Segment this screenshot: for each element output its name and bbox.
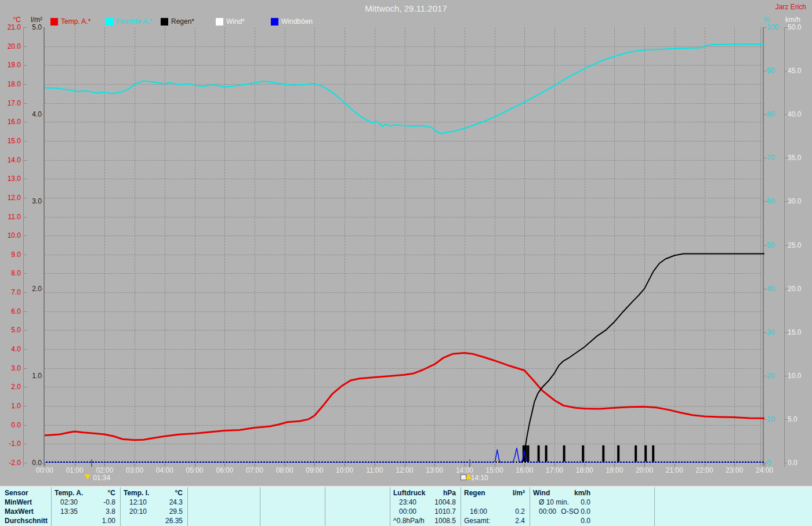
y-axis-tick-wind <box>784 245 788 246</box>
x-axis-tick <box>644 463 645 466</box>
table-divider <box>530 487 530 526</box>
legend-swatch-icon <box>161 18 168 26</box>
x-axis-tick <box>734 463 735 466</box>
y-axis-label-humidity: 60 <box>767 197 785 205</box>
x-axis-label: 20:00 <box>632 466 657 474</box>
unit-label-celsius: °C <box>1 16 21 24</box>
y-axis-label-wind: 20.0 <box>788 285 809 293</box>
y-axis-tick-wind <box>784 332 788 333</box>
y-axis-label-wind: 5.0 <box>788 415 809 423</box>
table-divider <box>120 487 121 526</box>
y-axis-label-rain: 1.0 <box>22 372 42 380</box>
y-axis-label-temp: 16.0 <box>1 118 21 126</box>
y-axis-label-wind: 45.0 <box>788 67 809 75</box>
table-divider <box>325 487 325 526</box>
x-axis-label: 01:00 <box>62 466 88 474</box>
rain-event-bar <box>563 445 566 462</box>
y-axis-label-humidity: 100 <box>767 23 785 31</box>
y-axis-tick-temp <box>24 46 27 47</box>
y-axis-tick-rain <box>41 27 44 28</box>
x-axis-label: 02:00 <box>92 466 117 474</box>
y-axis-label-temp: -1.0 <box>1 440 21 448</box>
y-axis-label-temp: 15.0 <box>1 137 21 145</box>
x-axis-label: 22:00 <box>692 466 717 474</box>
y-axis-label-temp: 3.0 <box>1 364 21 372</box>
table-section-unit: °C <box>55 489 115 497</box>
table-divider <box>461 487 461 526</box>
x-axis-label: 23:00 <box>722 466 747 474</box>
table-cell-value: 24.3 <box>124 498 183 506</box>
y-axis-label-rain: 0.0 <box>22 459 42 467</box>
x-axis-tick <box>495 463 495 466</box>
table-cell-value: -0.8 <box>55 498 115 506</box>
rain-event-bar <box>602 445 604 462</box>
x-axis-tick <box>104 463 105 466</box>
y-axis-label-temp: 12.0 <box>1 194 21 202</box>
y-axis-label-wind: 25.0 <box>788 241 809 249</box>
y-axis-tick-wind <box>784 289 788 289</box>
legend-item-label: Wind* <box>226 17 245 26</box>
x-axis-label: 06:00 <box>212 466 237 474</box>
y-axis-tick-humidity <box>763 201 767 202</box>
y-axis-label-humidity: 40 <box>767 285 785 293</box>
y-axis-tick-temp <box>24 273 27 274</box>
table-cell-value: 26.35 <box>124 517 183 525</box>
y-axis-label-temp: 0.0 <box>1 421 21 429</box>
rain-event-bar <box>527 445 530 462</box>
table-cell-value: 2.4 <box>464 517 525 525</box>
y-axis-tick-temp <box>24 330 27 331</box>
x-axis-label: 09:00 <box>302 466 327 474</box>
y-axis-tick-temp <box>24 255 27 255</box>
x-axis-tick <box>375 463 375 466</box>
y-axis-label-rain: 2.0 <box>22 285 42 293</box>
y-axis-label-wind: 30.0 <box>788 197 809 205</box>
table-row-header: MaxWert <box>5 507 51 516</box>
rain-sum-curve <box>45 254 764 463</box>
y-axis-label-temp: 19.0 <box>1 61 21 69</box>
marker-tick <box>91 459 92 467</box>
y-axis-label-wind: 0.0 <box>788 459 809 467</box>
y-axis-label-humidity: 50 <box>767 241 785 249</box>
humidity-curve <box>45 44 764 133</box>
marker-label: 14:10 <box>471 474 488 482</box>
page-title: Mittwoch, 29.11.2017 <box>0 3 812 13</box>
y-axis-tick-temp <box>24 444 27 444</box>
table-row-header: Durchschnitt <box>5 517 51 525</box>
y-axis-tick-humidity <box>763 376 767 376</box>
y-axis-label-humidity: 90 <box>767 67 785 75</box>
author-label: Jarz Erich <box>775 3 806 11</box>
rain-event-bar <box>617 445 619 462</box>
y-axis-tick-humidity <box>763 114 767 115</box>
y-axis-tick-humidity <box>763 158 767 158</box>
legend-swatch-icon <box>50 18 58 26</box>
y-axis-label-humidity: 30 <box>767 328 785 336</box>
y-axis-tick-wind <box>784 27 788 28</box>
x-axis-label: 11:00 <box>362 466 387 474</box>
y-axis-tick-temp <box>24 349 27 350</box>
x-axis-tick <box>675 463 675 466</box>
unit-label-rain: l/m² <box>21 16 42 24</box>
x-axis-label: 00:00 <box>32 466 57 474</box>
y-axis-label-temp: 5.0 <box>1 326 21 334</box>
y-axis-label-temp: -2.0 <box>1 459 21 467</box>
y-axis-label-rain: 5.0 <box>22 23 42 31</box>
x-axis-label: 05:00 <box>182 466 208 474</box>
y-axis-tick-rain <box>41 376 44 376</box>
x-axis-tick <box>285 463 285 466</box>
temp-curve <box>45 353 764 440</box>
y-axis-label-temp: 18.0 <box>1 80 21 88</box>
table-section-unit: km/h <box>533 489 590 497</box>
x-axis-tick <box>764 463 765 466</box>
x-axis-label: 16:00 <box>512 466 537 474</box>
y-axis-tick-temp <box>24 235 27 236</box>
table-cell-value: O-SO 0.0 <box>533 507 590 516</box>
table-section-unit: °C <box>124 489 183 497</box>
x-axis-label: 13:00 <box>422 466 447 474</box>
rain-event-bar <box>644 445 647 462</box>
y-axis-label-temp: 6.0 <box>1 307 21 315</box>
y-axis-tick-humidity <box>763 332 767 333</box>
x-axis-tick <box>165 463 165 466</box>
x-axis-tick <box>135 463 135 466</box>
table-section-unit: l/m² <box>464 489 525 497</box>
y-axis-tick-humidity <box>763 289 767 289</box>
